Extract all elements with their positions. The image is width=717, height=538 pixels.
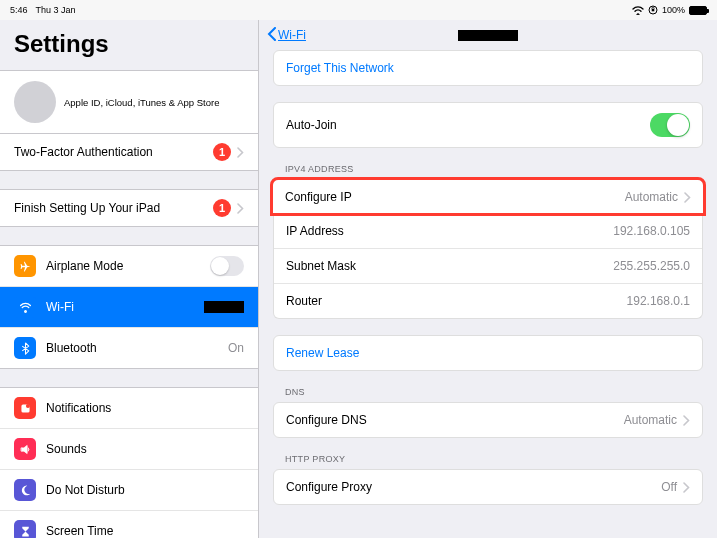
row-configure-ip-highlighted: Configure IP Automatic xyxy=(272,179,704,214)
notifications-icon xyxy=(14,397,36,419)
section-ipv4-header: IPV4 ADDRESS xyxy=(259,164,717,179)
battery-icon xyxy=(689,6,707,15)
subnet-label: Subnet Mask xyxy=(286,259,613,273)
autojoin-label: Auto-Join xyxy=(286,118,650,132)
ip-address-value: 192.168.0.105 xyxy=(613,224,690,238)
configure-dns-value: Automatic xyxy=(624,413,677,427)
two-factor-label: Two-Factor Authentication xyxy=(14,145,213,159)
sidebar-item-dnd[interactable]: Do Not Disturb xyxy=(0,469,258,510)
sidebar-item-wifi[interactable]: Wi-Fi xyxy=(0,286,258,327)
row-subnet: Subnet Mask 255.255.255.0 xyxy=(274,248,702,283)
badge: 1 xyxy=(213,199,231,217)
row-auto-join: Auto-Join xyxy=(274,103,702,147)
row-router: Router 192.168.0.1 xyxy=(274,283,702,318)
sidebar-item-notifications[interactable]: Notifications xyxy=(0,388,258,428)
chevron-right-icon xyxy=(237,203,244,214)
airplane-label: Airplane Mode xyxy=(46,259,210,273)
status-bar: 5:46 Thu 3 Jan 100% xyxy=(0,0,717,20)
configure-proxy-value: Off xyxy=(661,480,677,494)
svg-point-3 xyxy=(25,404,29,408)
configure-ip-label: Configure IP xyxy=(285,190,625,204)
detail-pane: Wi-Fi Forget This Network Auto-Join IPV4… xyxy=(259,20,717,538)
sidebar-item-two-factor[interactable]: Two-Factor Authentication 1 xyxy=(0,134,258,170)
finish-setup-label: Finish Setting Up Your iPad xyxy=(14,201,213,215)
bluetooth-icon xyxy=(14,337,36,359)
status-date: Thu 3 Jan xyxy=(28,5,632,15)
row-configure-dns[interactable]: Configure DNS Automatic xyxy=(274,403,702,437)
chevron-right-icon xyxy=(683,482,690,493)
configure-ip-value: Automatic xyxy=(625,190,678,204)
chevron-right-icon xyxy=(237,147,244,158)
chevron-right-icon xyxy=(683,415,690,426)
screentime-label: Screen Time xyxy=(46,524,244,538)
configure-dns-label: Configure DNS xyxy=(286,413,624,427)
avatar xyxy=(14,81,56,123)
detail-header: Wi-Fi xyxy=(259,20,717,50)
chevron-left-icon xyxy=(267,27,277,44)
back-button[interactable]: Wi-Fi xyxy=(267,27,306,44)
page-title: Settings xyxy=(0,20,258,70)
sidebar-item-account[interactable]: Apple ID, iCloud, iTunes & App Store xyxy=(0,70,258,133)
orientation-lock-icon xyxy=(648,5,658,15)
account-subtitle: Apple ID, iCloud, iTunes & App Store xyxy=(64,97,219,108)
airplane-toggle[interactable] xyxy=(210,256,244,276)
sidebar: Settings Apple ID, iCloud, iTunes & App … xyxy=(0,20,259,538)
bluetooth-label: Bluetooth xyxy=(46,341,228,355)
router-label: Router xyxy=(286,294,627,308)
wifi-label: Wi-Fi xyxy=(46,300,204,314)
subnet-value: 255.255.255.0 xyxy=(613,259,690,273)
sidebar-item-bluetooth[interactable]: Bluetooth On xyxy=(0,327,258,368)
chevron-right-icon xyxy=(684,192,691,203)
forget-network-button[interactable]: Forget This Network xyxy=(274,51,702,85)
wifi-icon xyxy=(632,6,644,15)
sidebar-item-finish-setup[interactable]: Finish Setting Up Your iPad 1 xyxy=(0,190,258,226)
configure-proxy-label: Configure Proxy xyxy=(286,480,661,494)
svg-rect-1 xyxy=(652,9,655,11)
renew-lease-label: Renew Lease xyxy=(286,346,359,360)
moon-icon xyxy=(14,479,36,501)
router-value: 192.168.0.1 xyxy=(627,294,690,308)
status-time: 5:46 xyxy=(10,5,28,15)
detail-title-redacted xyxy=(458,30,518,41)
row-ip-address: IP Address 192.168.0.105 xyxy=(274,214,702,248)
back-label: Wi-Fi xyxy=(278,28,306,42)
airplane-icon xyxy=(14,255,36,277)
badge: 1 xyxy=(213,143,231,161)
autojoin-toggle[interactable] xyxy=(650,113,690,137)
row-configure-ip[interactable]: Configure IP Automatic xyxy=(273,180,703,214)
wifi-ssid-redacted xyxy=(204,301,244,313)
section-dns-header: DNS xyxy=(259,387,717,402)
status-battery-pct: 100% xyxy=(662,5,685,15)
sounds-label: Sounds xyxy=(46,442,244,456)
bluetooth-value: On xyxy=(228,341,244,355)
row-configure-proxy[interactable]: Configure Proxy Off xyxy=(274,470,702,504)
sidebar-item-airplane[interactable]: Airplane Mode xyxy=(0,246,258,286)
renew-lease-button[interactable]: Renew Lease xyxy=(274,336,702,370)
forget-network-label: Forget This Network xyxy=(286,61,394,75)
wifi-icon xyxy=(14,296,36,318)
section-proxy-header: HTTP PROXY xyxy=(259,454,717,469)
dnd-label: Do Not Disturb xyxy=(46,483,244,497)
sidebar-item-sounds[interactable]: Sounds xyxy=(0,428,258,469)
ip-address-label: IP Address xyxy=(286,224,613,238)
hourglass-icon xyxy=(14,520,36,538)
notifications-label: Notifications xyxy=(46,401,244,415)
sidebar-item-screentime[interactable]: Screen Time xyxy=(0,510,258,538)
sounds-icon xyxy=(14,438,36,460)
